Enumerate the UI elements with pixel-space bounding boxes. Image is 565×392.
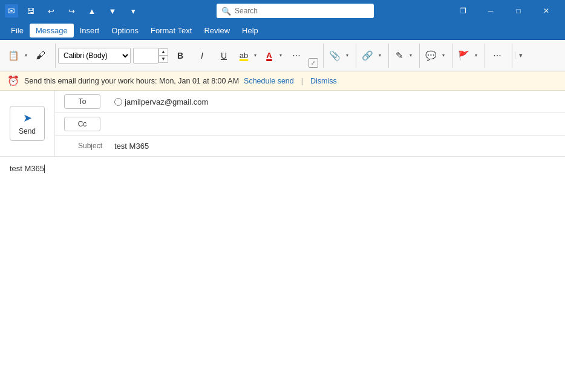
app-icon: ✉ (5, 4, 18, 18)
notification-bar: ⏰ Send this email during your work hours… (0, 71, 565, 91)
menu-format-text[interactable]: Format Text (145, 24, 198, 38)
highlight-dropdown-icon: ▾ (251, 47, 258, 65)
redo-button[interactable]: ↪ (63, 4, 80, 18)
dropdown-button[interactable]: ▾ (125, 4, 142, 18)
link-dropdown-icon: ▾ (376, 47, 383, 65)
flag-group: 🚩 ▾ (455, 44, 485, 68)
to-input-area[interactable]: jamilpervaz@gmail.com (109, 94, 565, 110)
flag-dropdown-icon: ▾ (472, 47, 479, 65)
maximize-icon: □ (516, 7, 520, 15)
overflow-icon: ··· (493, 50, 501, 61)
format-painter-icon: 🖌 (36, 50, 45, 61)
font-size-increase[interactable]: ▲ (158, 48, 168, 56)
menu-bar: File Message Insert Options Format Text … (0, 22, 565, 40)
schedule-send-link[interactable]: Schedule send (244, 77, 294, 85)
minimize-button[interactable]: ─ (477, 0, 505, 22)
send-button[interactable]: ➤ Send (10, 106, 45, 141)
notification-separator: | (301, 77, 303, 85)
more-icon: ··· (292, 50, 300, 61)
cc-input-area[interactable] (109, 120, 565, 128)
menu-insert[interactable]: Insert (74, 24, 106, 38)
expand-icon: ⤢ (311, 60, 316, 66)
subject-label: Subject (55, 138, 109, 154)
up-button[interactable]: ▲ (83, 4, 100, 18)
font-size-arrows: ▲ ▼ (158, 48, 168, 63)
to-button[interactable]: To (64, 94, 100, 109)
title-bar: ✉ 🖫 ↩ ↪ ▲ ▼ ▾ 🔍 ❐ ─ □ (0, 0, 565, 22)
highlight-button[interactable]: ab ▾ (236, 46, 259, 65)
compose-button[interactable]: ✎ ▾ (391, 46, 414, 65)
restore-button[interactable]: ❐ (449, 0, 477, 22)
search-input[interactable] (235, 7, 369, 15)
cc-label-area: Cc (55, 113, 109, 135)
overflow-group: ··· (488, 44, 512, 68)
font-color-icon: A (262, 47, 276, 65)
compose-area: ➤ Send To jamilpervaz@gmail.com (0, 91, 565, 392)
font-color-dropdown-icon: ▾ (276, 47, 284, 65)
email-fields: To jamilpervaz@gmail.com Cc (55, 91, 565, 156)
title-bar-left: ✉ 🖫 ↩ ↪ ▲ ▼ ▾ (5, 4, 142, 18)
restore-icon: ❐ (460, 7, 466, 15)
attach-dropdown-icon: ▾ (343, 47, 350, 65)
email-body[interactable]: test M365 (0, 157, 565, 392)
comment-dropdown-icon: ▾ (439, 47, 446, 65)
redo-icon: ↪ (68, 7, 75, 16)
font-family-select[interactable]: Calibri (Body) (58, 48, 131, 64)
comment-group: 💬 ▾ (422, 44, 452, 68)
link-button[interactable]: 🔗 ▾ (359, 46, 384, 65)
minimize-icon: ─ (488, 7, 494, 15)
menu-options[interactable]: Options (105, 24, 145, 38)
flag-icon: 🚩 (456, 47, 472, 65)
attach-group: 📎 ▾ (326, 44, 356, 68)
font-color-button[interactable]: A ▾ (261, 46, 284, 65)
to-radio[interactable] (114, 98, 122, 106)
comment-button[interactable]: 💬 ▾ (422, 46, 447, 65)
send-section: ➤ Send (0, 91, 55, 156)
down-icon: ▼ (109, 7, 117, 16)
notification-text: Send this email during your work hours: … (24, 77, 239, 85)
italic-button[interactable]: I (192, 46, 212, 65)
ribbon: 📋 ▾ 🖌 Calibri (Body) 11 ▲ ▼ B I U ab ▾ A (0, 40, 565, 71)
attach-button[interactable]: 📎 ▾ (326, 46, 351, 65)
link-icon: 🔗 (359, 47, 376, 65)
font-size-input[interactable]: 11 (133, 48, 158, 64)
dropdown-icon: ▾ (131, 7, 136, 16)
maximize-button[interactable]: □ (505, 0, 532, 22)
font-expand-button[interactable]: ⤢ (309, 58, 318, 68)
attach-icon: 📎 (327, 47, 343, 65)
menu-review[interactable]: Review (198, 24, 236, 38)
format-painter-button[interactable]: 🖌 (31, 46, 50, 65)
underline-button[interactable]: U (214, 46, 234, 65)
bold-button[interactable]: B (171, 46, 190, 65)
highlight-icon: ab (237, 47, 251, 65)
close-button[interactable]: ✕ (532, 0, 560, 22)
up-icon: ▲ (88, 7, 96, 16)
send-label: Send (19, 127, 36, 136)
more-formatting-button[interactable]: ··· (287, 46, 306, 65)
menu-help[interactable]: Help (236, 24, 264, 38)
comment-icon: 💬 (423, 47, 439, 65)
link-group: 🔗 ▾ (359, 44, 389, 68)
dismiss-link[interactable]: Dismiss (310, 77, 337, 85)
cc-row: Cc (55, 113, 565, 136)
font-group: Calibri (Body) 11 ▲ ▼ B I U ab ▾ A ▾ ···… (58, 44, 324, 68)
font-size-decrease[interactable]: ▼ (158, 56, 168, 63)
body-text: test M365 (10, 164, 44, 173)
clipboard-group: 📋 ▾ 🖌 (5, 44, 56, 68)
paste-button[interactable]: 📋 ▾ (5, 46, 30, 65)
undo-icon: ↩ (48, 7, 54, 16)
cc-button[interactable]: Cc (64, 117, 100, 131)
text-cursor (44, 165, 45, 173)
flag-button[interactable]: 🚩 ▾ (455, 46, 480, 65)
compose-dropdown-icon: ▾ (407, 47, 414, 65)
ribbon-scroll-button[interactable]: ▾ (515, 51, 526, 59)
menu-message[interactable]: Message (30, 24, 74, 38)
menu-file[interactable]: File (5, 24, 30, 38)
overflow-button[interactable]: ··· (488, 46, 507, 65)
undo-button[interactable]: ↩ (42, 4, 59, 18)
to-label-area: To (55, 91, 109, 113)
subject-row: Subject test M365 (55, 136, 565, 156)
save-button[interactable]: 🖫 (22, 4, 39, 18)
compose-group: ✎ ▾ (391, 44, 420, 68)
down-button[interactable]: ▼ (104, 4, 121, 18)
